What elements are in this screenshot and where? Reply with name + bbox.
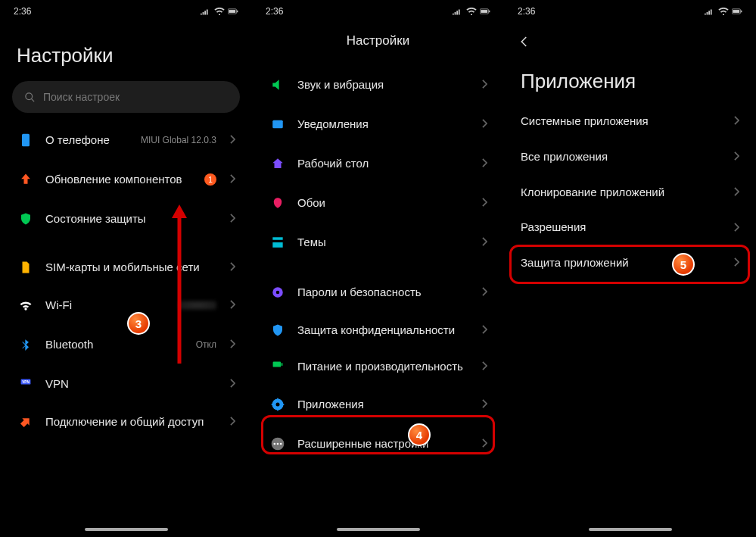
update-icon — [17, 170, 35, 189]
chevron-right-icon — [230, 133, 235, 147]
row-hotspot[interactable]: Подключение и общий доступ — [5, 404, 247, 440]
svg-rect-2 — [237, 11, 238, 13]
svg-rect-11 — [481, 10, 487, 13]
svg-rect-1 — [229, 10, 235, 13]
status-icons — [453, 8, 490, 15]
home-indicator[interactable] — [85, 528, 168, 531]
row-vpn[interactable]: VPN VPN — [5, 364, 247, 404]
svg-point-25 — [274, 443, 276, 445]
row-app-lock[interactable]: Защита приложений — [509, 245, 751, 281]
svg-line-4 — [31, 98, 34, 101]
chevron-right-icon — [230, 298, 235, 312]
svg-rect-29 — [733, 10, 739, 13]
row-system-apps[interactable]: Системные приложения — [509, 104, 751, 139]
home-icon — [269, 155, 287, 173]
page-title: Настройки — [0, 23, 252, 73]
svg-rect-16 — [273, 362, 282, 367]
svg-point-15 — [276, 291, 280, 295]
status-icons — [705, 8, 742, 15]
vpn-icon: VPN — [17, 375, 35, 393]
chevron-right-icon — [230, 173, 235, 186]
home-indicator[interactable] — [337, 528, 420, 531]
chevron-right-icon — [482, 286, 487, 299]
signal-icon — [705, 8, 715, 15]
row-themes[interactable]: Темы — [257, 223, 499, 262]
wifi-icon — [466, 8, 477, 15]
row-sound[interactable]: Звук и вибрация — [257, 65, 499, 105]
row-wallpaper[interactable]: Обои — [257, 183, 499, 223]
wifi-icon — [17, 296, 35, 314]
row-additional[interactable]: Расширенные настройки — [257, 424, 499, 464]
battery-icon — [269, 357, 287, 376]
screen-settings-scrolled: 2:36 Настройки Звук и вибрация Уведомлен… — [252, 0, 504, 537]
row-passwords[interactable]: Пароли и безопасность — [257, 273, 499, 312]
chevron-right-icon — [482, 437, 487, 451]
screen-apps: 2:36 Приложения Системные приложения Все… — [504, 0, 756, 537]
row-privacy[interactable]: Защита конфиденциальности — [257, 312, 499, 348]
chevron-right-icon — [482, 117, 487, 131]
search-placeholder: Поиск настроек — [43, 91, 120, 103]
row-bluetooth[interactable]: Bluetooth Откл — [5, 325, 247, 364]
row-sim-cards[interactable]: SIM-карты и мобильные сети — [5, 249, 247, 286]
svg-rect-23 — [282, 404, 284, 405]
wifi-icon — [718, 8, 729, 15]
row-security-status[interactable]: Состояние защиты — [5, 199, 247, 239]
svg-point-3 — [26, 92, 33, 99]
chevron-right-icon — [230, 261, 235, 274]
battery-icon — [732, 8, 742, 15]
status-time: 2:36 — [518, 6, 535, 17]
chevron-right-icon — [482, 236, 487, 249]
sound-icon — [269, 76, 287, 94]
svg-rect-12 — [489, 11, 490, 13]
svg-rect-17 — [282, 363, 283, 366]
chevron-right-icon — [230, 377, 235, 391]
chevron-right-icon — [230, 415, 235, 429]
bluetooth-icon — [17, 336, 35, 354]
row-dual-apps[interactable]: Клонирование приложений — [509, 175, 751, 211]
row-permissions[interactable]: Разрешения — [509, 210, 751, 245]
chevron-right-icon — [734, 186, 739, 199]
wifi-icon — [214, 8, 225, 15]
bt-value: Откл — [196, 339, 216, 350]
screen-settings-main: 2:36 Настройки Поиск настроек О телефоне… — [0, 0, 252, 537]
themes-icon — [269, 233, 287, 251]
apps-icon — [269, 395, 287, 414]
chevron-right-icon — [482, 398, 487, 411]
row-home-screen[interactable]: Рабочий стол — [257, 144, 499, 183]
signal-icon — [201, 8, 211, 15]
battery-icon — [228, 8, 238, 15]
status-time: 2:36 — [14, 6, 31, 17]
chevron-right-icon — [734, 150, 739, 164]
wifi-value-blurred — [179, 301, 216, 310]
chevron-right-icon — [734, 221, 739, 235]
status-bar: 2:36 — [252, 0, 504, 23]
status-time: 2:36 — [266, 6, 283, 17]
svg-rect-30 — [741, 11, 742, 13]
chevron-right-icon — [734, 114, 739, 128]
status-bar: 2:36 — [0, 0, 252, 23]
svg-rect-20 — [277, 398, 278, 401]
row-notifications[interactable]: Уведомления — [257, 105, 499, 144]
chevron-right-icon — [482, 323, 487, 337]
svg-point-19 — [276, 403, 280, 407]
phone-icon — [17, 131, 35, 149]
row-about-phone[interactable]: О телефоне MIUI Global 12.0.3 — [5, 120, 247, 160]
row-battery[interactable]: Питание и производительность — [257, 348, 499, 385]
row-system-updater[interactable]: Обновление компонентов 1 — [5, 160, 247, 199]
chevron-right-icon — [482, 78, 487, 92]
about-value: MIUI Global 12.0.3 — [141, 135, 216, 145]
chevron-right-icon — [482, 196, 487, 210]
shield-icon — [17, 210, 35, 228]
search-input[interactable]: Поиск настроек — [12, 81, 240, 113]
home-indicator[interactable] — [589, 528, 672, 531]
svg-point-26 — [277, 443, 279, 445]
back-button[interactable] — [516, 33, 533, 50]
chevron-right-icon — [482, 360, 487, 373]
battery-icon — [480, 8, 490, 15]
row-apps[interactable]: Приложения — [257, 385, 499, 424]
hotspot-icon — [17, 413, 35, 431]
row-wifi[interactable]: Wi-Fi — [5, 286, 247, 325]
row-all-apps[interactable]: Все приложения — [509, 139, 751, 175]
svg-rect-13 — [272, 120, 283, 129]
chevron-right-icon — [482, 157, 487, 170]
